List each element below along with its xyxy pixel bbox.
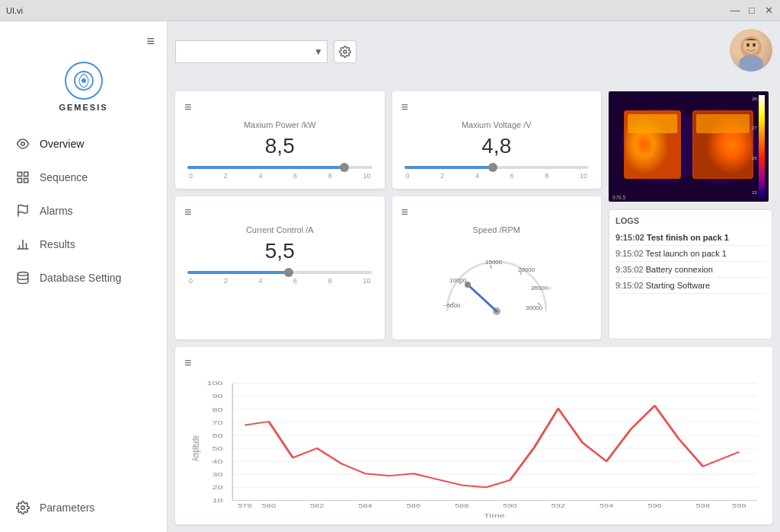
logs-title: LOGS xyxy=(615,216,766,225)
titlebar-controls: — □ ✕ xyxy=(730,5,774,16)
titlebar: UI.vi — □ ✕ xyxy=(0,0,780,21)
svg-text:10: 10 xyxy=(213,498,223,504)
card-menu-icon[interactable]: ≡ xyxy=(184,100,376,114)
svg-rect-6 xyxy=(24,179,28,183)
right-panel: 28.5 27 25 23 976.5 LOGS 9:15:02 Test fi… xyxy=(609,91,772,339)
settings-gear-button[interactable] xyxy=(334,40,356,63)
menu-toggle[interactable]: ≡ xyxy=(134,29,167,54)
svg-point-16 xyxy=(739,55,763,72)
thermal-svg: 28.5 27 25 23 976.5 xyxy=(609,91,769,202)
svg-text:25: 25 xyxy=(752,156,757,161)
sequence-icon xyxy=(15,170,30,185)
svg-text:~5000: ~5000 xyxy=(443,302,461,309)
svg-text:40: 40 xyxy=(213,458,223,464)
sidebar-item-label-results: Results xyxy=(40,238,75,250)
gauge-wrap: ~5000 10000 15000 20000 25000~ 30000 xyxy=(401,239,593,330)
sidebar-item-sequence[interactable]: Sequence xyxy=(0,161,167,194)
card-menu-icon[interactable]: ≡ xyxy=(401,100,593,114)
sidebar-item-alarms[interactable]: Alarms xyxy=(0,194,167,228)
current-control-slider[interactable]: 0246810 xyxy=(184,271,376,285)
max-voltage-slider[interactable]: 0246810 xyxy=(401,166,593,180)
logs-panel: LOGS 9:15:02 Test finish on pack 1 9:15:… xyxy=(609,209,772,339)
app: ≡ GEMESIS Overview Sequence xyxy=(0,21,780,532)
sidebar-bottom: Parameters xyxy=(0,491,167,524)
max-voltage-card: ≡ Maxium Voltage /V 4,8 0246810 xyxy=(392,91,602,189)
log-entry-0: 9:15:02 Test finish on pack 1 xyxy=(615,230,766,246)
max-power-label: Maxium Power /kW xyxy=(184,120,376,129)
log-text-3: Starting Software xyxy=(646,281,710,290)
max-power-card: ≡ Maxium Power /kW 8,5 0246810 xyxy=(175,91,385,189)
sidebar: ≡ GEMESIS Overview Sequence xyxy=(0,21,168,532)
svg-text:594: 594 xyxy=(599,503,613,508)
sidebar-item-results[interactable]: Results xyxy=(0,228,167,261)
main-select[interactable] xyxy=(175,40,328,63)
sidebar-item-label-database: Database Setting xyxy=(40,272,121,284)
titlebar-title: UI.vi xyxy=(6,6,23,15)
max-power-slider[interactable]: 0246810 xyxy=(184,166,376,180)
chart-card: ≡ 100 90 80 70 xyxy=(175,347,772,524)
minimize-button[interactable]: — xyxy=(730,5,740,16)
svg-text:20000: 20000 xyxy=(518,266,535,273)
log-text-1: Test launch on pack 1 xyxy=(646,249,727,258)
svg-text:582: 582 xyxy=(310,503,324,508)
sidebar-item-label-sequence: Sequence xyxy=(40,171,88,183)
line-chart-svg: 100 90 80 70 60 50 40 30 20 10 Amplitude… xyxy=(184,376,763,521)
sidebar-item-parameters[interactable]: Parameters xyxy=(0,491,167,524)
svg-point-14 xyxy=(344,50,347,53)
svg-line-30 xyxy=(533,288,536,288)
card-menu-icon[interactable]: ≡ xyxy=(401,205,593,219)
svg-rect-4 xyxy=(24,172,28,176)
sidebar-item-label-parameters: Parameters xyxy=(40,502,94,514)
svg-text:70: 70 xyxy=(213,419,223,425)
svg-text:15000: 15000 xyxy=(485,259,503,266)
database-icon xyxy=(15,270,30,285)
sidebar-logo-text: GEMESIS xyxy=(59,103,107,112)
bar-chart-icon xyxy=(15,237,30,252)
cards-grid: ≡ Maxium Power /kW 8,5 0246810 xyxy=(175,91,601,339)
close-button[interactable]: ✕ xyxy=(763,5,774,16)
log-time-2: 9:35:02 xyxy=(615,265,644,274)
sidebar-logo: GEMESIS xyxy=(0,54,167,127)
eye-icon xyxy=(15,136,30,151)
svg-text:28.5: 28.5 xyxy=(752,97,761,101)
sidebar-item-overview[interactable]: Overview xyxy=(0,127,167,161)
svg-text:80: 80 xyxy=(213,406,223,413)
gauge-svg: ~5000 10000 15000 20000 25000~ 30000 xyxy=(436,243,558,327)
svg-rect-5 xyxy=(18,179,21,183)
log-time-3: 9:15:02 xyxy=(615,281,644,290)
svg-text:30: 30 xyxy=(213,472,223,478)
max-power-value: 8,5 xyxy=(184,134,376,158)
svg-point-18 xyxy=(746,43,750,47)
svg-text:60: 60 xyxy=(213,432,223,438)
svg-point-13 xyxy=(21,506,25,510)
log-entry-2: 9:35:02 Battery connexion xyxy=(615,262,766,278)
chart-menu-icon[interactable]: ≡ xyxy=(184,356,763,370)
maximize-button[interactable]: □ xyxy=(746,5,757,16)
svg-text:592: 592 xyxy=(551,503,565,508)
svg-text:599: 599 xyxy=(732,503,746,508)
card-menu-icon[interactable]: ≡ xyxy=(184,205,376,219)
log-entry-3: 9:15:02 Starting Software xyxy=(615,278,766,294)
log-text-0: Test finish on pack 1 xyxy=(647,233,729,242)
avatar-svg xyxy=(730,29,772,72)
flag-icon xyxy=(15,203,30,218)
svg-text:590: 590 xyxy=(503,503,516,508)
svg-text:23: 23 xyxy=(752,190,757,195)
svg-text:20: 20 xyxy=(213,485,223,491)
svg-text:90: 90 xyxy=(213,393,223,400)
svg-rect-3 xyxy=(18,172,21,176)
thermal-image: 28.5 27 25 23 976.5 xyxy=(609,91,769,202)
svg-point-1 xyxy=(82,78,86,83)
svg-point-19 xyxy=(753,43,756,47)
svg-line-28 xyxy=(491,265,491,269)
svg-text:100: 100 xyxy=(207,381,223,387)
logo-icon xyxy=(65,62,103,100)
sidebar-item-database-setting[interactable]: Database Setting xyxy=(0,261,167,295)
user-avatar[interactable] xyxy=(730,29,772,72)
speed-gauge-card: ≡ Speed /RPM ~5000 10000 15000 20000 250… xyxy=(392,196,602,339)
svg-rect-44 xyxy=(759,95,765,198)
svg-text:10000: 10000 xyxy=(449,277,467,284)
svg-text:50: 50 xyxy=(213,445,223,451)
svg-text:586: 586 xyxy=(407,503,420,508)
speed-label: Speed /RPM xyxy=(401,225,593,234)
